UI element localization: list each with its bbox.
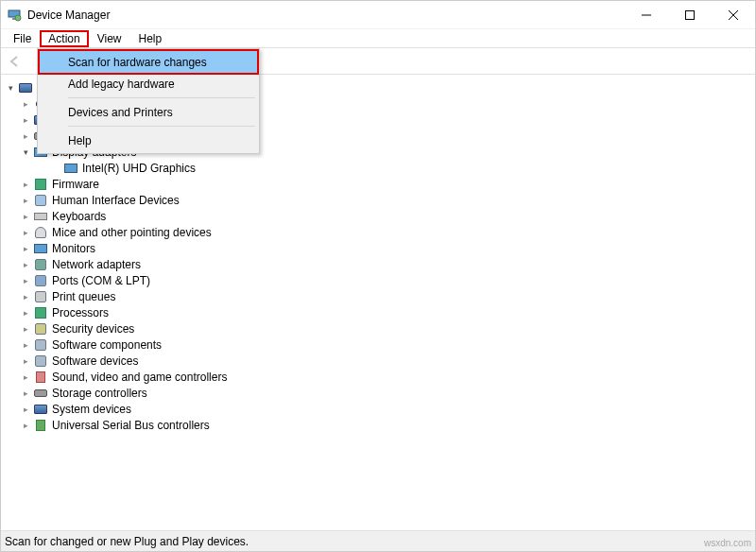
expand-icon[interactable]: ▸ [20,99,31,109]
maximize-button[interactable] [668,1,712,29]
sound-icon [33,370,48,385]
tree-label: Mice and other pointing devices [52,226,212,239]
expand-icon[interactable]: ▸ [20,244,31,253]
back-button[interactable] [4,50,26,73]
tree-software-components[interactable]: ▸ Software components [1,336,755,353]
expand-icon[interactable]: ▸ [20,131,31,141]
tree-label: Firmware [52,178,99,191]
collapse-icon[interactable]: ▾ [20,147,31,157]
tree-label: Security devices [52,322,134,336]
mouse-icon [33,225,48,240]
expand-icon[interactable]: ▸ [20,180,31,189]
computer-icon [18,80,33,95]
title-bar: Device Manager [1,1,755,29]
tree-label: Network adapters [52,258,141,271]
software-device-icon [33,354,48,369]
tree-label: Human Interface Devices [52,194,180,207]
expand-icon[interactable]: ▸ [20,405,31,414]
tree-software-devices[interactable]: ▸ Software devices [1,353,755,369]
tree-mice[interactable]: ▸ Mice and other pointing devices [1,224,755,240]
software-icon [33,337,48,353]
menu-help[interactable]: Help [130,30,171,47]
hid-icon [33,193,48,208]
tree-label: Keyboards [52,210,106,223]
ports-icon [33,273,48,288]
usb-icon [33,418,48,433]
tree-processors[interactable]: ▸ Processors [1,304,755,320]
menu-add-legacy[interactable]: Add legacy hardware [40,73,257,95]
system-icon [33,402,48,417]
expand-icon[interactable]: ▸ [20,260,31,269]
expand-icon[interactable]: ▸ [20,276,31,285]
menu-separator [68,126,255,127]
tree-storage[interactable]: ▸ Storage controllers [1,385,755,401]
tree-label: Intel(R) UHD Graphics [82,162,196,175]
svg-point-2 [15,15,21,21]
printer-icon [33,289,48,304]
expand-icon[interactable]: ▾ [5,83,16,93]
tree-label: Monitors [52,242,95,255]
expand-icon[interactable]: ▸ [20,308,31,318]
tree-intel-uhd[interactable]: Intel(R) UHD Graphics [1,160,755,176]
expand-icon[interactable]: ▸ [20,356,31,366]
tree-usb[interactable]: ▸ Universal Serial Bus controllers [1,417,755,433]
tree-network[interactable]: ▸ Network adapters [1,256,755,272]
tree-label: Sound, video and game controllers [52,371,227,384]
svg-rect-4 [686,11,695,20]
expand-icon[interactable]: ▸ [20,196,31,205]
firmware-icon [33,177,48,192]
tree-label: Universal Serial Bus controllers [52,419,210,432]
status-bar: Scan for changed or new Plug and Play de… [1,530,755,551]
menu-view[interactable]: View [89,30,130,47]
tree-label: Software devices [52,354,138,368]
tree-sound[interactable]: ▸ Sound, video and game controllers [1,369,755,385]
expand-icon[interactable]: ▸ [20,212,31,221]
tree-security[interactable]: ▸ Security devices [1,320,755,336]
tree-keyboards[interactable]: ▸ Keyboards [1,208,755,224]
menu-scan-hardware[interactable]: Scan for hardware changes [40,51,257,73]
monitor-icon [33,241,48,256]
tree-monitors[interactable]: ▸ Monitors [1,240,755,256]
tree-print-queues[interactable]: ▸ Print queues [1,288,755,304]
menu-devices-printers[interactable]: Devices and Printers [40,101,257,123]
expand-icon[interactable]: ▸ [20,421,31,430]
tree-firmware[interactable]: ▸ Firmware [1,176,755,192]
expand-icon[interactable]: ▸ [20,324,31,334]
window-title: Device Manager [27,9,110,22]
storage-icon [33,386,48,401]
tree-label: Ports (COM & LPT) [52,274,150,287]
expand-icon[interactable]: ▸ [20,340,31,350]
tree-label: Storage controllers [52,387,147,400]
tree-ports[interactable]: ▸ Ports (COM & LPT) [1,272,755,288]
tree-system[interactable]: ▸ System devices [1,401,755,417]
tree-label: Processors [52,306,109,319]
expand-icon[interactable]: ▸ [20,292,31,302]
processor-icon [33,305,48,320]
expand-icon[interactable]: ▸ [20,388,31,398]
keyboard-icon [33,209,48,224]
menu-file[interactable]: File [5,30,40,47]
menu-help-item[interactable]: Help [40,129,257,151]
status-text: Scan for changed or new Plug and Play de… [5,535,249,548]
expand-icon[interactable]: ▸ [20,372,31,382]
watermark: wsxdn.com [704,538,751,548]
action-menu: Scan for hardware changes Add legacy har… [37,48,260,154]
menu-separator [68,97,255,98]
tree-label: Print queues [52,290,115,303]
menu-bar: File Action View Help [1,29,755,48]
tree-hid[interactable]: ▸ Human Interface Devices [1,192,755,208]
window-controls [625,1,755,29]
tree-label: System devices [52,403,131,416]
expand-icon[interactable]: ▸ [20,228,31,237]
expand-icon[interactable]: ▸ [20,115,31,125]
close-button[interactable] [712,1,755,29]
minimize-button[interactable] [625,1,668,29]
network-icon [33,257,48,272]
tree-label: Software components [52,338,162,352]
display-icon [63,161,78,176]
menu-action[interactable]: Action [40,30,88,47]
security-icon [33,321,48,336]
app-icon [7,8,22,23]
